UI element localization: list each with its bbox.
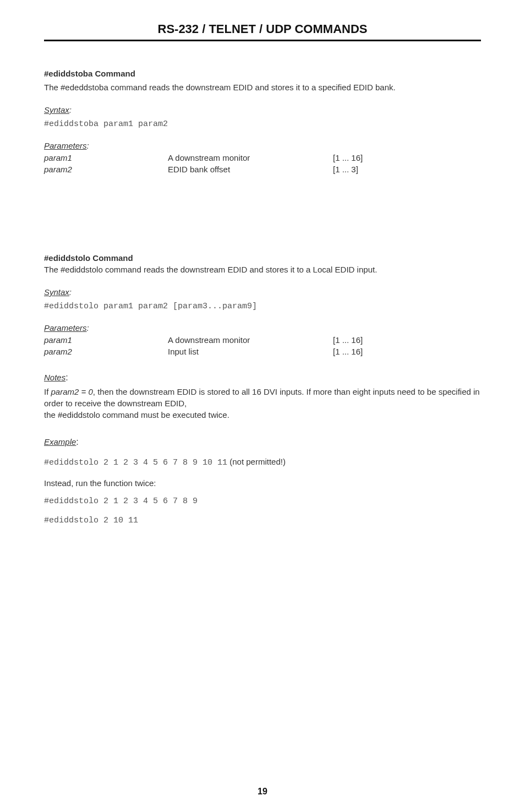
param-name: param2 [44, 347, 168, 356]
header-rule [44, 40, 481, 41]
notes-emph: param2 = 0 [51, 387, 93, 396]
colon: : [69, 105, 72, 115]
colon: : [65, 373, 68, 382]
example-code-3: #ediddstolo 2 10 11 [44, 516, 481, 525]
param-desc: A downstream monitor [168, 153, 333, 162]
cmd2-notes-label: Notes [44, 373, 65, 382]
cmd2-desc: The #ediddstolo command reads the downst… [44, 264, 481, 275]
colon: : [76, 437, 78, 446]
param-row: param2 EDID bank offset [1 ... 3] [44, 165, 396, 174]
notes-line2: the #ediddstolo command must be executed… [44, 410, 229, 419]
colon: : [69, 287, 72, 297]
notes-rest: , then the downstream EDID is stored to … [44, 387, 480, 408]
param-range: [1 ... 3] [333, 165, 396, 174]
param-row: param1 A downstream monitor [1 ... 16] [44, 153, 396, 162]
cmd1-title: #ediddstoba Command [44, 69, 481, 78]
param-row: param1 A downstream monitor [1 ... 16] [44, 335, 396, 345]
cmd1-syntax-code: #ediddstoba param1 param2 [44, 119, 481, 129]
param-desc: EDID bank offset [168, 165, 333, 174]
notes-prefix: If [44, 387, 51, 396]
cmd2-params-label: Parameters [44, 323, 87, 333]
param-desc: Input list [168, 347, 333, 356]
cmd2-syntax-label: Syntax [44, 287, 69, 297]
colon: : [87, 323, 89, 333]
param-name: param2 [44, 165, 168, 174]
example-code-1-note: (not permitted!) [227, 457, 286, 466]
cmd1-syntax-label: Syntax [44, 105, 69, 115]
page-title: RS-232 / TELNET / UDP COMMANDS [44, 22, 481, 40]
param-name: param1 [44, 153, 168, 162]
example-instead: Instead, run the function twice: [44, 477, 481, 489]
cmd2-title: #ediddstolo Command [44, 253, 481, 263]
colon: : [87, 141, 89, 150]
param-name: param1 [44, 335, 168, 345]
param-desc: A downstream monitor [168, 335, 333, 345]
example-code-1: #ediddstolo 2 1 2 3 4 5 6 7 8 9 10 11 [44, 458, 227, 467]
cmd1-desc: The #ededdstoba command reads the downst… [44, 81, 481, 93]
page-number: 19 [0, 787, 525, 797]
cmd1-params-label: Parameters [44, 141, 87, 150]
cmd2-example-label: Example [44, 437, 76, 446]
param-range: [1 ... 16] [333, 347, 396, 356]
cmd2-notes: If param2 = 0, then the downstream EDID … [44, 386, 481, 421]
param-row: param2 Input list [1 ... 16] [44, 347, 396, 356]
param-range: [1 ... 16] [333, 153, 396, 162]
cmd2-syntax-code: #ediddstolo param1 param2 [param3...para… [44, 302, 481, 311]
param-range: [1 ... 16] [333, 335, 396, 345]
example-code-2: #ediddstolo 2 1 2 3 4 5 6 7 8 9 [44, 497, 481, 506]
